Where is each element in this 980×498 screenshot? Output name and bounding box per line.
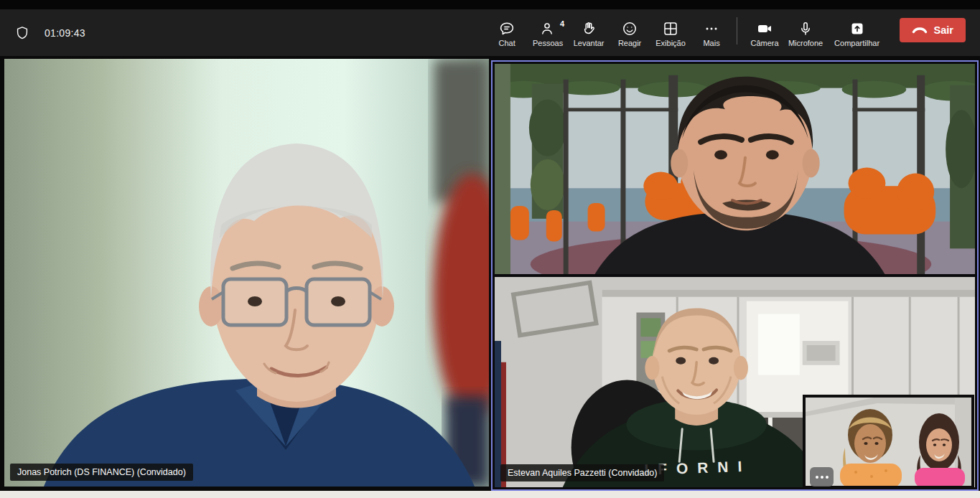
share-screen-icon: [849, 19, 866, 37]
ellipsis-icon: [826, 476, 829, 479]
gallery-grid-icon: [662, 19, 679, 37]
microphone-button[interactable]: Microfone: [785, 19, 826, 47]
view-button[interactable]: Exibição: [650, 19, 691, 47]
raise-hand-button[interactable]: Levantar: [569, 19, 610, 47]
people-button[interactable]: 4 Pessoas: [528, 19, 569, 47]
meeting-timer: 01:09:43: [45, 27, 85, 39]
people-icon: 4: [539, 19, 556, 37]
camera-icon: [756, 19, 773, 37]
toolbar-buttons: Chat 4 Pessoas Levantar: [487, 17, 980, 49]
window-bottom-strip: [0, 491, 980, 498]
chat-label: Chat: [498, 39, 515, 47]
raised-hand-icon: [580, 19, 597, 37]
chat-bubble-icon: [498, 19, 515, 37]
jonas-video-art: [4, 59, 489, 487]
view-label: Exibição: [655, 39, 686, 47]
people-label: Pessoas: [533, 39, 563, 47]
participant-name-label: Estevan Aquiles Pazzetti (Convidado): [500, 464, 664, 481]
ellipsis-icon: [821, 476, 823, 479]
ellipsis-icon: [703, 19, 720, 37]
raise-hand-label: Levantar: [574, 39, 605, 47]
camera-label: Câmera: [751, 39, 779, 47]
smiley-icon: [621, 19, 638, 37]
more-button[interactable]: Mais: [691, 19, 732, 47]
leave-label: Sair: [934, 24, 953, 36]
microphone-label: Microfone: [788, 39, 823, 47]
meeting-toolbar: 01:09:43 Chat 4 Pessoas: [0, 9, 980, 56]
people-count-badge: 4: [560, 19, 564, 28]
more-label: Mais: [703, 39, 719, 47]
react-button[interactable]: Reagir: [610, 19, 650, 47]
toolbar-divider: [737, 17, 737, 44]
leave-button[interactable]: Sair: [900, 18, 966, 42]
microphone-icon: [797, 19, 814, 37]
participant-name-label: Jonas Potrich (DS FINANCE) (Convidado): [10, 464, 193, 481]
video-tile-speaker[interactable]: [495, 64, 975, 274]
video-stage: Jonas Potrich (DS FINANCE) (Convidado): [0, 56, 980, 491]
ellipsis-icon: [816, 476, 818, 479]
share-label: Compartilhar: [834, 39, 879, 47]
speaker-video-art: [495, 64, 975, 274]
tile-more-options-button[interactable]: [810, 467, 834, 487]
window-top-strip: [0, 0, 980, 9]
video-tile-jonas[interactable]: Jonas Potrich (DS FINANCE) (Convidado): [4, 59, 489, 487]
camera-button[interactable]: Câmera: [745, 19, 785, 47]
hangup-phone-icon: [912, 25, 928, 35]
chat-button[interactable]: Chat: [487, 19, 528, 47]
react-label: Reagir: [618, 39, 641, 47]
share-button[interactable]: Compartilhar: [826, 19, 888, 47]
shield-icon: [14, 25, 30, 41]
status-area: 01:09:43: [0, 25, 85, 41]
